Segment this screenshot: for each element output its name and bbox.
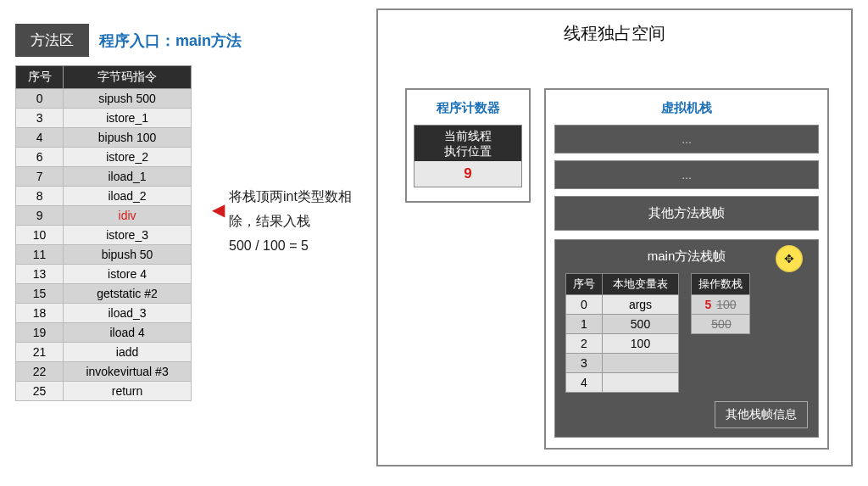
frame-slot-2: ... [554,160,819,189]
locals-row: 0args [566,295,679,315]
thread-title: 线程独占空间 [378,10,851,60]
annotation-text: 将栈顶两int类型数相 除，结果入栈 500 / 100 = 5 [229,185,352,258]
vm-stack-box: 虚拟机栈 ... ... 其他方法栈帧 main方法栈帧 ✥ 序号 本地变量表 … [544,88,829,450]
main-stack-frame: main方法栈帧 ✥ 序号 本地变量表 0args1500210034 操作数栈 [554,239,819,438]
vm-stack-title: 虚拟机栈 [554,97,819,125]
opstack-header: 操作数栈 [692,274,750,295]
opstack-row: 500 [692,315,750,334]
bytecode-row: 22invokevirtual #3 [16,362,192,382]
bytecode-row: 9idiv [16,206,192,226]
locals-row: 2100 [566,334,679,354]
locals-table: 序号 本地变量表 0args1500210034 [565,273,679,393]
bytecode-row: 10istore_3 [16,226,192,245]
bytecode-row: 18iload_3 [16,304,192,323]
entry-label: 程序入口：main方法 [99,31,242,51]
opstack-table: 操作数栈 5 100 500 [691,273,750,334]
frame-inner: 序号 本地变量表 0args1500210034 操作数栈 5 100 500 [565,273,808,393]
locals-col-name: 本地变量表 [603,274,679,295]
col-seq: 序号 [16,66,64,89]
bytecode-row: 21iadd [16,343,192,362]
bytecode-row: 6istore_2 [16,148,192,167]
pc-title: 程序计数器 [414,97,522,125]
bytecode-row: 11bipush 50 [16,245,192,265]
locals-row: 1500 [566,315,679,334]
locals-row: 3 [566,354,679,373]
bytecode-row: 13istore 4 [16,265,192,284]
thread-space-panel: 线程独占空间 程序计数器 当前线程 执行位置 9 虚拟机栈 ... ... 其他… [376,8,853,466]
program-counter-box: 程序计数器 当前线程 执行位置 9 [405,88,531,203]
locals-col-seq: 序号 [566,274,603,295]
locals-row: 4 [566,373,679,393]
bytecode-row: 4bipush 100 [16,128,192,148]
frame-slot-1: ... [554,125,819,154]
bytecode-table: 序号 字节码指令 0sipush 5003istore_14bipush 100… [15,65,192,401]
col-instr: 字节码指令 [64,66,192,89]
other-frames-label: 其他方法栈帧 [554,196,819,231]
pointer-arrow-icon: ◀ [212,199,225,220]
cursor-highlight-icon: ✥ [776,245,803,272]
pc-label: 当前线程 执行位置 [415,126,521,161]
bytecode-row: 25return [16,382,192,401]
bytecode-row: 19iload 4 [16,323,192,343]
bytecode-row: 7iload_1 [16,167,192,187]
main-frame-title: main方法栈帧 [565,249,808,265]
pc-inner: 当前线程 执行位置 9 [414,125,522,187]
method-area-header: 方法区 程序入口：main方法 [15,24,363,57]
bytecode-row: 0sipush 500 [16,89,192,109]
bytecode-row: 8iload_2 [16,187,192,206]
method-area-title: 方法区 [15,24,89,57]
bytecode-row: 3istore_1 [16,109,192,128]
method-area-panel: 方法区 程序入口：main方法 序号 字节码指令 0sipush 5003ist… [15,24,363,401]
opstack-row: 5 100 [692,295,750,315]
pc-value: 9 [415,161,521,187]
other-frame-info: 其他栈帧信息 [715,401,808,428]
bytecode-row: 15getstatic #2 [16,284,192,304]
